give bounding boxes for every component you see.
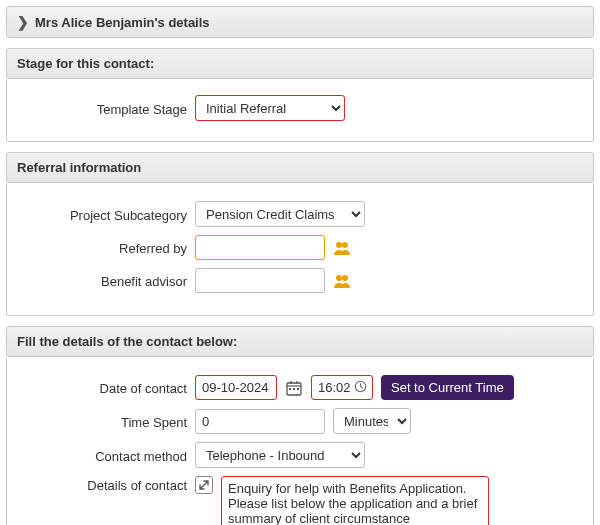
calendar-icon[interactable]	[285, 380, 303, 396]
referred-by-label: Referred by	[17, 239, 187, 256]
svg-rect-10	[297, 388, 299, 390]
details-panel-title: Mrs Alice Benjamin's details	[35, 15, 210, 30]
date-of-contact-input[interactable]	[195, 375, 277, 400]
chevron-right-icon: ❯	[17, 14, 29, 30]
referral-panel-title: Referral information	[17, 160, 141, 175]
project-subcategory-label: Project Subcategory	[17, 206, 187, 223]
contact-panel-title: Fill the details of the contact below:	[17, 334, 237, 349]
benefit-advisor-label: Benefit advisor	[17, 272, 187, 289]
details-of-contact-label: Details of contact	[17, 476, 187, 493]
people-picker-icon[interactable]	[333, 273, 351, 289]
stage-panel-header: Stage for this contact:	[6, 48, 594, 79]
svg-point-2	[336, 275, 342, 281]
time-spent-input[interactable]	[195, 409, 325, 434]
project-subcategory-select[interactable]: Pension Credit Claims	[195, 201, 365, 227]
details-panel-header[interactable]: ❯ Mrs Alice Benjamin's details	[6, 6, 594, 38]
svg-point-1	[342, 242, 348, 248]
contact-panel-header: Fill the details of the contact below:	[6, 326, 594, 357]
expand-icon[interactable]	[195, 476, 213, 494]
time-of-contact-input[interactable]	[311, 375, 373, 400]
time-unit-select[interactable]: Minutes	[333, 408, 411, 434]
contact-method-select[interactable]: Telephone - Inbound	[195, 442, 365, 468]
template-stage-label: Template Stage	[17, 100, 187, 117]
benefit-advisor-input[interactable]	[195, 268, 325, 293]
date-of-contact-label: Date of contact	[17, 379, 187, 396]
svg-rect-9	[293, 388, 295, 390]
svg-rect-8	[289, 388, 291, 390]
referred-by-input[interactable]	[195, 235, 325, 260]
set-current-time-button[interactable]: Set to Current Time	[381, 375, 514, 400]
time-spent-label: Time Spent	[17, 413, 187, 430]
svg-point-0	[336, 242, 342, 248]
referral-panel-header: Referral information	[6, 152, 594, 183]
people-picker-icon[interactable]	[333, 240, 351, 256]
svg-point-3	[342, 275, 348, 281]
details-of-contact-textarea[interactable]: Enquiry for help with Benefits Applicati…	[221, 476, 489, 525]
stage-panel-title: Stage for this contact:	[17, 56, 154, 71]
contact-method-label: Contact method	[17, 447, 187, 464]
template-stage-select[interactable]: Initial Referral	[195, 95, 345, 121]
